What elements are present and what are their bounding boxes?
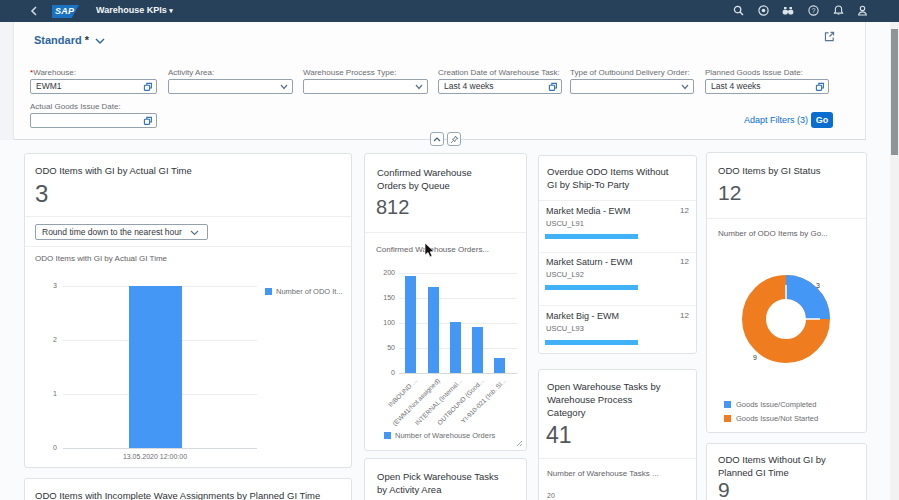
svg-text:?: ? — [812, 7, 816, 14]
